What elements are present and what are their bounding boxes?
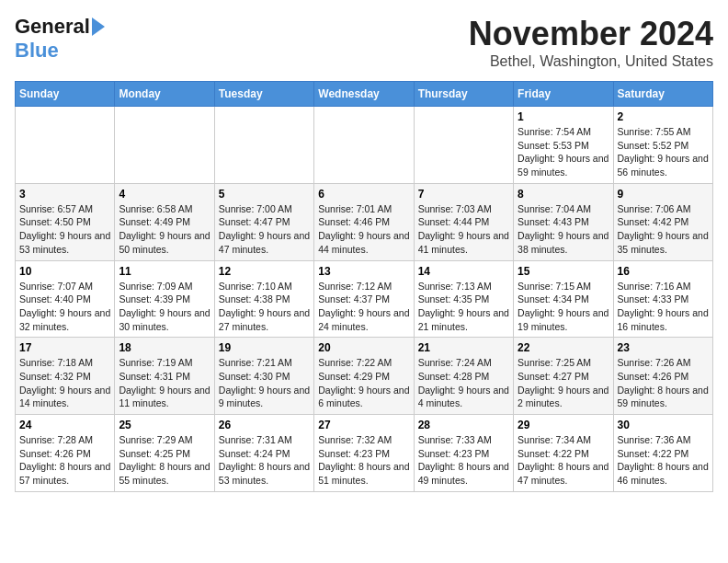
day-info: Sunrise: 7:13 AM Sunset: 4:35 PM Dayligh… [418,280,509,334]
calendar-cell: 25Sunrise: 7:29 AM Sunset: 4:25 PM Dayli… [115,415,214,492]
week-row-4: 24Sunrise: 7:28 AM Sunset: 4:26 PM Dayli… [16,415,713,492]
calendar-cell: 20Sunrise: 7:22 AM Sunset: 4:29 PM Dayli… [314,338,414,415]
day-info: Sunrise: 7:07 AM Sunset: 4:40 PM Dayligh… [19,280,110,334]
day-number: 18 [119,341,210,354]
calendar: SundayMondayTuesdayWednesdayThursdayFrid… [15,81,713,492]
day-info: Sunrise: 7:24 AM Sunset: 4:28 PM Dayligh… [418,356,509,410]
location-title: Bethel, Washington, United States [469,53,713,70]
calendar-cell: 30Sunrise: 7:36 AM Sunset: 4:22 PM Dayli… [613,415,712,492]
day-info: Sunrise: 7:12 AM Sunset: 4:37 PM Dayligh… [318,280,409,334]
day-info: Sunrise: 7:31 AM Sunset: 4:24 PM Dayligh… [219,433,310,488]
calendar-cell: 26Sunrise: 7:31 AM Sunset: 4:24 PM Dayli… [214,415,313,492]
day-number: 27 [318,419,409,431]
calendar-cell: 4Sunrise: 6:58 AM Sunset: 4:49 PM Daylig… [115,183,214,260]
calendar-cell: 11Sunrise: 7:09 AM Sunset: 4:39 PM Dayli… [115,260,214,338]
day-number: 2 [618,110,709,123]
calendar-cell: 27Sunrise: 7:32 AM Sunset: 4:23 PM Dayli… [314,415,414,492]
day-number: 15 [518,265,609,278]
day-number: 7 [418,188,509,201]
day-info: Sunrise: 7:28 AM Sunset: 4:26 PM Dayligh… [19,433,110,488]
calendar-cell: 23Sunrise: 7:26 AM Sunset: 4:26 PM Dayli… [613,338,712,415]
day-number: 24 [19,419,110,431]
day-number: 28 [418,419,509,431]
calendar-cell: 2Sunrise: 7:55 AM Sunset: 5:52 PM Daylig… [613,107,712,184]
header-tuesday: Tuesday [214,82,313,107]
calendar-cell [115,107,214,184]
header-thursday: Thursday [414,82,513,107]
day-number: 19 [219,341,310,354]
day-number: 23 [618,341,709,354]
day-number: 4 [119,188,210,201]
day-number: 16 [618,265,709,278]
header-sunday: Sunday [16,82,115,107]
day-info: Sunrise: 7:01 AM Sunset: 4:46 PM Dayligh… [318,202,409,257]
day-number: 22 [518,341,609,354]
day-info: Sunrise: 7:54 AM Sunset: 5:53 PM Dayligh… [518,125,609,179]
calendar-cell: 10Sunrise: 7:07 AM Sunset: 4:40 PM Dayli… [16,260,115,338]
logo-arrow-icon [92,17,105,36]
day-info: Sunrise: 7:09 AM Sunset: 4:39 PM Dayligh… [119,280,210,334]
calendar-cell: 1Sunrise: 7:54 AM Sunset: 5:53 PM Daylig… [514,107,613,184]
calendar-cell: 9Sunrise: 7:06 AM Sunset: 4:42 PM Daylig… [613,183,712,260]
calendar-cell: 12Sunrise: 7:10 AM Sunset: 4:38 PM Dayli… [214,260,313,338]
calendar-cell: 6Sunrise: 7:01 AM Sunset: 4:46 PM Daylig… [314,183,414,260]
day-number: 13 [318,265,409,278]
header: General Blue November 2024 Bethel, Washi… [15,15,713,70]
header-monday: Monday [115,82,214,107]
day-info: Sunrise: 7:25 AM Sunset: 4:27 PM Dayligh… [518,356,609,410]
week-row-2: 10Sunrise: 7:07 AM Sunset: 4:40 PM Dayli… [16,260,713,338]
calendar-cell [414,107,513,184]
day-number: 6 [318,188,409,201]
header-wednesday: Wednesday [314,82,414,107]
day-number: 25 [119,419,210,431]
calendar-cell: 14Sunrise: 7:13 AM Sunset: 4:35 PM Dayli… [414,260,513,338]
day-number: 14 [418,265,509,278]
day-number: 8 [518,188,609,201]
calendar-cell: 7Sunrise: 7:03 AM Sunset: 4:44 PM Daylig… [414,183,513,260]
calendar-cell [314,107,414,184]
calendar-cell: 24Sunrise: 7:28 AM Sunset: 4:26 PM Dayli… [16,415,115,492]
day-info: Sunrise: 7:15 AM Sunset: 4:34 PM Dayligh… [518,280,609,334]
calendar-cell: 22Sunrise: 7:25 AM Sunset: 4:27 PM Dayli… [514,338,613,415]
day-number: 12 [219,265,310,278]
calendar-cell [214,107,313,184]
calendar-cell [16,107,115,184]
day-number: 3 [19,188,110,201]
calendar-cell: 19Sunrise: 7:21 AM Sunset: 4:30 PM Dayli… [214,338,313,415]
calendar-cell: 5Sunrise: 7:00 AM Sunset: 4:47 PM Daylig… [214,183,313,260]
day-info: Sunrise: 7:21 AM Sunset: 4:30 PM Dayligh… [219,356,310,410]
day-info: Sunrise: 7:34 AM Sunset: 4:22 PM Dayligh… [518,433,609,488]
calendar-header-row: SundayMondayTuesdayWednesdayThursdayFrid… [16,82,713,107]
logo-general: General [15,15,90,39]
day-info: Sunrise: 6:57 AM Sunset: 4:50 PM Dayligh… [19,202,110,257]
day-number: 5 [219,188,310,201]
day-info: Sunrise: 7:22 AM Sunset: 4:29 PM Dayligh… [318,356,409,410]
day-info: Sunrise: 7:00 AM Sunset: 4:47 PM Dayligh… [219,202,310,257]
week-row-0: 1Sunrise: 7:54 AM Sunset: 5:53 PM Daylig… [16,107,713,184]
day-info: Sunrise: 7:26 AM Sunset: 4:26 PM Dayligh… [618,356,709,410]
month-title: November 2024 [469,15,713,53]
calendar-cell: 3Sunrise: 6:57 AM Sunset: 4:50 PM Daylig… [16,183,115,260]
calendar-cell: 15Sunrise: 7:15 AM Sunset: 4:34 PM Dayli… [514,260,613,338]
logo-blue: Blue [15,39,59,63]
day-number: 29 [518,419,609,431]
logo: General Blue [15,15,105,63]
calendar-cell: 18Sunrise: 7:19 AM Sunset: 4:31 PM Dayli… [115,338,214,415]
week-row-1: 3Sunrise: 6:57 AM Sunset: 4:50 PM Daylig… [16,183,713,260]
day-info: Sunrise: 7:03 AM Sunset: 4:44 PM Dayligh… [418,202,509,257]
day-number: 20 [318,341,409,354]
calendar-cell: 28Sunrise: 7:33 AM Sunset: 4:23 PM Dayli… [414,415,513,492]
calendar-cell: 8Sunrise: 7:04 AM Sunset: 4:43 PM Daylig… [514,183,613,260]
day-info: Sunrise: 7:36 AM Sunset: 4:22 PM Dayligh… [618,433,709,488]
day-info: Sunrise: 7:33 AM Sunset: 4:23 PM Dayligh… [418,433,509,488]
day-number: 11 [119,265,210,278]
day-number: 26 [219,419,310,431]
day-info: Sunrise: 7:18 AM Sunset: 4:32 PM Dayligh… [19,356,110,410]
day-info: Sunrise: 6:58 AM Sunset: 4:49 PM Dayligh… [119,202,210,257]
title-area: November 2024 Bethel, Washington, United… [469,15,713,70]
calendar-cell: 17Sunrise: 7:18 AM Sunset: 4:32 PM Dayli… [16,338,115,415]
day-number: 17 [19,341,110,354]
week-row-3: 17Sunrise: 7:18 AM Sunset: 4:32 PM Dayli… [16,338,713,415]
calendar-cell: 13Sunrise: 7:12 AM Sunset: 4:37 PM Dayli… [314,260,414,338]
header-saturday: Saturday [613,82,712,107]
